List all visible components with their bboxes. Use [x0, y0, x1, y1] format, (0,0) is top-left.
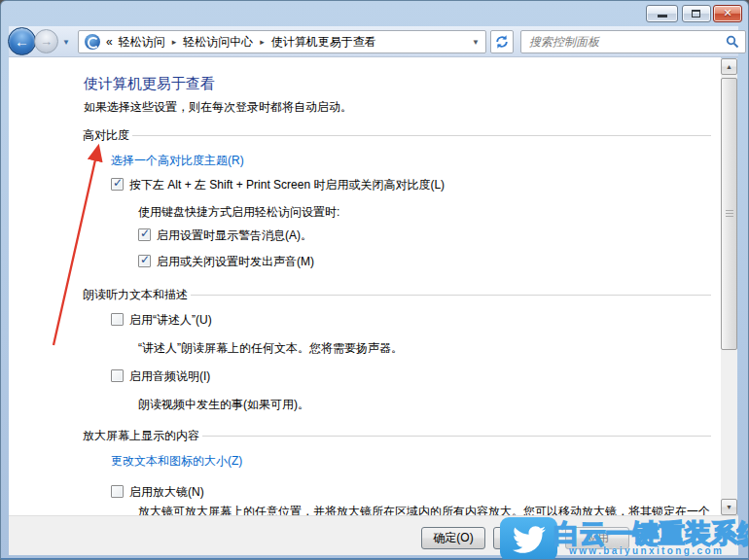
address-bar[interactable]: « 轻松访问 ▸ 轻松访问中心 ▸ 使计算机更易于查看 ▼	[78, 30, 486, 53]
forward-button[interactable]: →	[34, 29, 58, 53]
magnifier-description-clipped: 放大镜可放大屏幕上的任意位置，并将放大镜所在区域内的所有内容放大。您可以移动放大…	[138, 504, 712, 515]
history-dropdown[interactable]: ▼	[62, 38, 70, 47]
chevron-down-icon: ▼	[62, 38, 70, 47]
narrator-description: “讲述人”朗读屏幕上的任何文本。您将需要扬声器。	[138, 340, 403, 357]
forward-arrow-icon: →	[40, 34, 53, 49]
breadcrumb-prefix-icon: «	[106, 35, 113, 49]
chevron-down-icon: ▼	[472, 38, 480, 47]
scrollbar-grip-icon	[726, 210, 733, 218]
ease-of-access-icon	[85, 34, 100, 50]
breadcrumb-item-current-page[interactable]: 使计算机更易于查看	[271, 34, 376, 51]
refresh-icon	[494, 34, 510, 50]
minimize-button[interactable]	[646, 5, 678, 22]
scroll-up-button[interactable]: ▲	[721, 58, 737, 75]
main-content: 使计算机更易于查看 如果选择这些设置，则在每次登录时都将自动启动。 高对比度 选…	[9, 57, 721, 515]
minimize-icon	[658, 15, 667, 18]
magnifier-label[interactable]: 启用放大镜(N)	[129, 484, 204, 501]
warning-message-label[interactable]: 启用设置时显示警告消息(A)。	[157, 228, 312, 244]
choose-high-contrast-theme-link[interactable]: 选择一个高对比度主题(R)	[111, 153, 244, 169]
sound-on-toggle-checkbox[interactable]	[138, 255, 151, 267]
scroll-down-button[interactable]: ▼	[721, 499, 737, 515]
narrator-checkbox[interactable]	[111, 313, 124, 326]
restore-button[interactable]	[682, 5, 711, 22]
audio-description-label[interactable]: 启用音频说明(I)	[129, 368, 210, 385]
section-rule	[202, 436, 711, 437]
narrator-label[interactable]: 启用“讲述人”(U)	[129, 312, 212, 329]
back-button[interactable]: ←	[8, 27, 36, 55]
apply-button: 应用	[565, 527, 629, 549]
search-box[interactable]	[520, 30, 746, 53]
high-contrast-toggle-checkbox[interactable]	[111, 178, 124, 191]
section-title: 放大屏幕上显示的内容	[83, 428, 199, 444]
keyboard-shortcut-note: 使用键盘快捷方式启用轻松访问设置时:	[138, 204, 339, 221]
refresh-button[interactable]	[490, 30, 514, 53]
section-title: 高对比度	[83, 127, 129, 144]
nav-toolbar: ← → ▼ « 轻松访问 ▸ 轻松访问中心 ▸ 使计算机更易于查看 ▼	[9, 26, 738, 57]
change-text-icon-size-link[interactable]: 更改文本和图标的大小(Z)	[111, 453, 242, 470]
section-narration-header: 朗读听力文本和描述	[83, 287, 711, 303]
audio-description-desc: 朗读视频中发生的事(如果可用)。	[138, 397, 309, 413]
ok-button[interactable]: 确定(O)	[421, 527, 485, 549]
section-title: 朗读听力文本和描述	[83, 287, 188, 303]
close-button[interactable]: ✕	[713, 5, 742, 22]
address-dropdown-button[interactable]: ▼	[472, 38, 480, 47]
back-arrow-icon: ←	[15, 33, 29, 50]
breadcrumb-item-ease-of-access-center[interactable]: 轻松访问中心	[183, 34, 253, 51]
warning-message-checkbox[interactable]	[138, 228, 151, 241]
breadcrumb-separator-icon: ▸	[259, 37, 266, 47]
breadcrumb-separator-icon: ▸	[171, 37, 178, 47]
page-title: 使计算机更易于查看	[84, 75, 215, 93]
titlebar[interactable]: ✕	[1, 1, 749, 26]
high-contrast-toggle-label[interactable]: 按下左 Alt + 左 Shift + Print Screen 时启用或关闭高…	[129, 177, 445, 193]
section-rule	[132, 135, 711, 136]
vertical-scrollbar[interactable]: ▲ ▼	[721, 58, 737, 515]
magnifier-checkbox[interactable]	[111, 485, 124, 498]
page-subtitle: 如果选择这些设置，则在每次登录时都将自动启动。	[84, 99, 352, 116]
breadcrumb-item-ease-of-access[interactable]: 轻松访问	[119, 34, 165, 51]
audio-description-checkbox[interactable]	[111, 369, 124, 382]
scroll-down-icon: ▼	[726, 504, 732, 510]
window: ✕ ← → ▼ « 轻松访问 ▸ 轻松访问中心 ▸ 使计算机更易于查看 ▼	[0, 0, 749, 560]
cancel-button[interactable]: 取消	[493, 527, 557, 549]
scrollbar-thumb[interactable]	[721, 78, 737, 350]
restore-icon	[692, 10, 700, 18]
close-icon: ✕	[714, 7, 741, 19]
section-high-contrast-header: 高对比度	[83, 127, 711, 144]
scroll-up-icon: ▲	[726, 63, 732, 70]
section-rule	[191, 295, 711, 296]
search-input[interactable]	[527, 34, 726, 50]
sound-on-toggle-label[interactable]: 启用或关闭设置时发出声音(M)	[157, 254, 314, 270]
section-magnify-header: 放大屏幕上显示的内容	[83, 428, 711, 444]
search-icon[interactable]	[726, 35, 739, 49]
